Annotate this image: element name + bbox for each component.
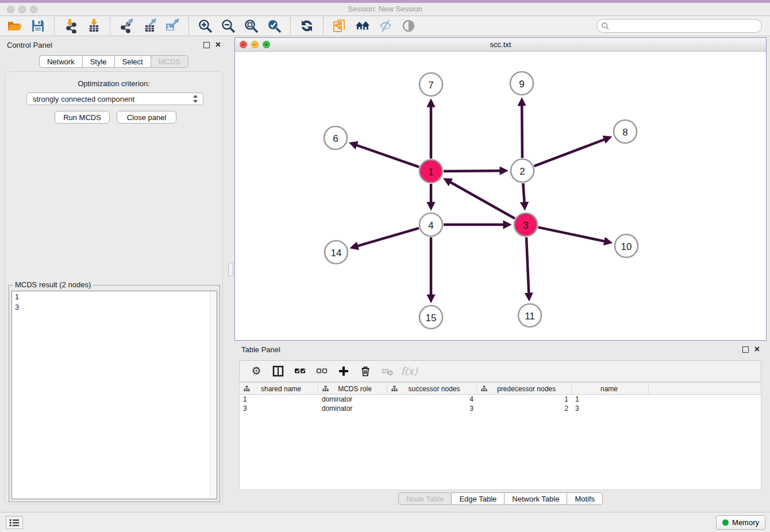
- graph-edge-1-6[interactable]: [356, 145, 419, 167]
- refresh-view-button[interactable]: [295, 17, 318, 35]
- graph-node-7[interactable]: 7: [419, 73, 442, 96]
- save-session-button[interactable]: [26, 17, 49, 35]
- table-row[interactable]: 1dominator411: [240, 395, 761, 404]
- table-float-panel-icon[interactable]: [742, 346, 749, 353]
- result-scrollbar[interactable]: [210, 291, 217, 499]
- column-header-shared-name[interactable]: shared name: [240, 383, 318, 394]
- memory-label: Memory: [732, 518, 759, 527]
- close-panel-icon[interactable]: ×: [215, 41, 221, 48]
- tab-edge-table[interactable]: Edge Table: [451, 492, 505, 505]
- split-columns-button[interactable]: [268, 363, 288, 380]
- open-session-icon: [7, 18, 22, 33]
- tab-motifs[interactable]: Motifs: [567, 492, 603, 505]
- zoom-in-button[interactable]: [194, 17, 217, 35]
- mcds-result-item: 3: [12, 302, 217, 312]
- graph-node-15[interactable]: 15: [419, 306, 442, 329]
- tab-node-table[interactable]: Node Table: [398, 492, 452, 505]
- add-column-button[interactable]: [334, 363, 353, 380]
- graph-node-4[interactable]: 4: [419, 213, 442, 236]
- table-row[interactable]: 3dominator323: [240, 404, 761, 413]
- zoom-out-button[interactable]: [217, 17, 240, 35]
- home-network-button[interactable]: [351, 17, 374, 35]
- graph-edge-3-11[interactable]: [526, 237, 529, 294]
- graph-node-6[interactable]: 6: [324, 126, 347, 149]
- table-panel-tabs: Node TableEdge TableNetwork TableMotifs: [398, 492, 603, 505]
- node-table[interactable]: shared nameMCDS rolesuccessor nodesprede…: [239, 383, 761, 490]
- control-panel-title: Control Panel: [7, 41, 203, 49]
- graph-node-1[interactable]: 1: [419, 160, 442, 183]
- status-bar: Memory: [0, 512, 770, 532]
- network-canvas[interactable]: 7968124314101511: [235, 52, 766, 340]
- tab-style[interactable]: Style: [82, 55, 115, 68]
- node-table-header-row: shared nameMCDS rolesuccessor nodesprede…: [240, 383, 761, 395]
- table-cell: 1: [572, 395, 649, 404]
- graph-edge-2-3[interactable]: [523, 183, 524, 203]
- table-settings-button[interactable]: ⚙: [247, 363, 266, 380]
- zoom-fit-button[interactable]: [240, 17, 263, 35]
- run-mcds-button[interactable]: Run MCDS: [55, 111, 110, 124]
- graph-edge-3-1[interactable]: [450, 182, 515, 219]
- table-close-panel-icon[interactable]: ×: [754, 346, 760, 353]
- float-panel-icon[interactable]: [203, 42, 210, 48]
- open-session-button[interactable]: [3, 17, 26, 35]
- list-icon: [9, 518, 20, 527]
- column-header-MCDS-role[interactable]: MCDS role: [318, 383, 387, 394]
- graph-node-2[interactable]: 2: [511, 159, 534, 182]
- close-panel-button[interactable]: Close panel: [117, 111, 176, 124]
- toolbar-separator: [110, 17, 110, 34]
- export-table-button[interactable]: [138, 17, 161, 35]
- dropdown-stepper-icon: [192, 95, 198, 103]
- search-input[interactable]: [596, 19, 762, 33]
- app-titlebar: Session: New Session: [0, 3, 770, 16]
- export-network-button[interactable]: [115, 17, 138, 35]
- zoom-selected-button[interactable]: [263, 17, 286, 35]
- mcds-result-item: 1: [12, 291, 217, 302]
- view-minimize-button[interactable]: −: [251, 41, 259, 48]
- view-maximize-button[interactable]: +: [263, 41, 270, 48]
- mcds-panel: Optimization criterion: strongly connect…: [5, 71, 223, 504]
- toggle-graphics-button[interactable]: [397, 17, 420, 35]
- table-cell: 4: [387, 395, 477, 404]
- mcds-result-list[interactable]: 13: [11, 291, 217, 499]
- column-header-name[interactable]: name: [572, 383, 649, 394]
- network-view-window: × − + scc.txt 7968124314101511: [234, 37, 767, 341]
- clone-network-button[interactable]: [328, 17, 351, 35]
- graph-edge-2-9[interactable]: [522, 105, 522, 158]
- memory-button[interactable]: Memory: [716, 515, 765, 530]
- tab-select[interactable]: Select: [114, 55, 151, 68]
- tab-mcds[interactable]: MCDS: [151, 55, 188, 68]
- node-table-body: 1dominator4113dominator323: [240, 395, 761, 413]
- graph-edge-2-8[interactable]: [534, 140, 605, 167]
- hide-details-button[interactable]: [374, 17, 397, 35]
- tab-network[interactable]: Network: [39, 55, 83, 68]
- criterion-dropdown[interactable]: strongly connected component: [26, 92, 203, 105]
- graph-node-3[interactable]: 3: [514, 213, 537, 236]
- column-type-icon: [481, 385, 487, 392]
- network-view-title: scc.txt: [235, 40, 766, 49]
- graph-node-11[interactable]: 11: [518, 304, 541, 327]
- graph-node-10[interactable]: 10: [615, 234, 638, 257]
- import-table-button[interactable]: [82, 17, 105, 35]
- graph-edge-4-14[interactable]: [357, 228, 419, 246]
- view-close-button[interactable]: ×: [240, 41, 247, 48]
- export-image-button[interactable]: [161, 17, 184, 35]
- graph-edge-1-2[interactable]: [444, 171, 500, 171]
- task-history-button[interactable]: [6, 516, 23, 529]
- column-header-successor-nodes[interactable]: successor nodes: [387, 383, 477, 394]
- column-header-predecessor-nodes[interactable]: predecessor nodes: [477, 383, 572, 394]
- delete-column-button[interactable]: [356, 363, 375, 380]
- table-cell: dominator: [318, 404, 387, 413]
- unselect-all-columns-button[interactable]: [312, 363, 332, 380]
- tab-network-table[interactable]: Network Table: [504, 492, 567, 505]
- graph-node-9[interactable]: 9: [510, 72, 533, 95]
- network-graph: 7968124314101511: [235, 52, 766, 340]
- select-all-columns-button[interactable]: [290, 363, 310, 380]
- network-view-titlebar[interactable]: × − + scc.txt: [235, 38, 766, 52]
- graph-node-14[interactable]: 14: [325, 241, 348, 264]
- panel-splitter-handle[interactable]: [228, 263, 233, 276]
- toolbar-separator: [323, 17, 324, 34]
- table-cell: 3: [240, 404, 318, 413]
- graph-node-8[interactable]: 8: [614, 120, 637, 143]
- import-network-button[interactable]: [59, 17, 82, 35]
- graph-edge-3-10[interactable]: [538, 228, 605, 242]
